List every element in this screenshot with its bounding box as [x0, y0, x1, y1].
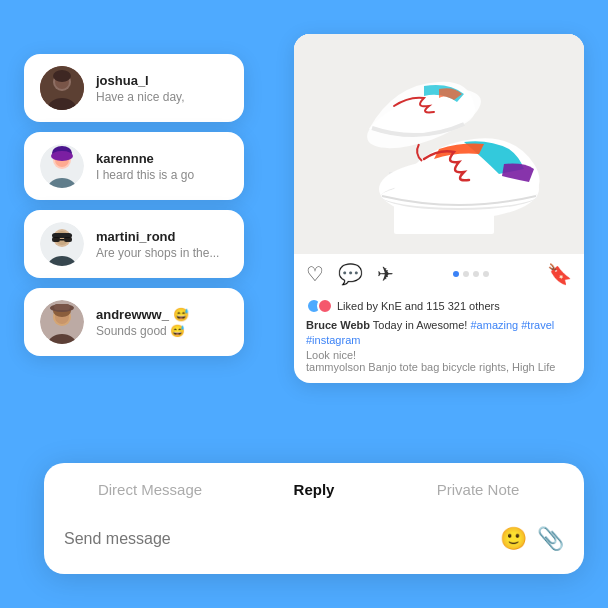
- dot-2: [463, 271, 469, 277]
- conv-name-karen: karennne: [96, 151, 228, 166]
- instagram-post-card: ♡ 💬 ✈ 🔖 Liked by KnE and 115 321 others: [294, 34, 584, 383]
- comment-body: Banjo tote bag bicycle rights, High Life: [368, 361, 555, 373]
- message-input[interactable]: [64, 530, 488, 548]
- conv-preview-joshua: Have a nice day,: [96, 90, 228, 104]
- message-input-area: 🙂 📎: [44, 512, 584, 574]
- caption-username: Bruce Webb: [306, 319, 370, 331]
- svg-rect-16: [52, 237, 60, 242]
- dot-4: [483, 271, 489, 277]
- like-icon[interactable]: ♡: [306, 262, 324, 286]
- conv-preview-karen: I heard this is a go: [96, 168, 228, 182]
- tab-private-note[interactable]: Private Note: [396, 481, 560, 498]
- carousel-dots: [408, 271, 533, 277]
- svg-rect-18: [60, 239, 64, 241]
- conv-info-martini: martini_rond Are your shops in the...: [96, 229, 228, 260]
- post-content: Liked by KnE and 115 321 others Bruce We…: [294, 294, 584, 383]
- avatar-joshua: [40, 66, 84, 110]
- svg-rect-25: [54, 304, 70, 310]
- bottom-panel: Direct Message Reply Private Note 🙂 📎: [44, 463, 584, 574]
- message-input-row: 🙂 📎: [64, 526, 564, 552]
- conv-preview-andrew: Sounds good 😅: [96, 324, 228, 338]
- conversation-item-andrew[interactable]: andrewww_ 😅 Sounds good 😅: [24, 288, 244, 356]
- avatar-andrew: [40, 300, 84, 344]
- tab-direct-message[interactable]: Direct Message: [68, 481, 232, 498]
- input-icons: 🙂 📎: [500, 526, 564, 552]
- likes-text: Liked by KnE and 115 321 others: [337, 300, 500, 312]
- conv-name-joshua: joshua_l: [96, 73, 228, 88]
- emoji-icon[interactable]: 🙂: [500, 526, 527, 552]
- likes-row: Liked by KnE and 115 321 others: [306, 298, 572, 314]
- conv-info-andrew: andrewww_ 😅 Sounds good 😅: [96, 307, 228, 338]
- avatar-karen: [40, 144, 84, 188]
- dot-3: [473, 271, 479, 277]
- conv-name-andrew: andrewww_ 😅: [96, 307, 228, 322]
- conv-preview-martini: Are your shops in the...: [96, 246, 228, 260]
- post-actions: ♡ 💬 ✈ 🔖: [294, 254, 584, 294]
- post-caption: Bruce Webb Today in Awesome! #amazing #t…: [306, 318, 572, 349]
- dot-1: [453, 271, 459, 277]
- conversation-list: joshua_l Have a nice day, karennne I hea…: [24, 54, 244, 356]
- comment-user: tammyolson: [306, 361, 365, 373]
- comment-tammy: tammyolson Banjo tote bag bicycle rights…: [306, 361, 572, 373]
- svg-point-10: [51, 151, 73, 161]
- comment-look-nice-label: Look nice!: [306, 349, 572, 361]
- share-icon[interactable]: ✈: [377, 262, 394, 286]
- conversation-item-karen[interactable]: karennne I heard this is a go: [24, 132, 244, 200]
- post-image: [294, 34, 584, 254]
- tab-bar: Direct Message Reply Private Note: [44, 463, 584, 512]
- conv-name-martini: martini_rond: [96, 229, 228, 244]
- tab-reply[interactable]: Reply: [232, 481, 396, 498]
- avatar-martini: [40, 222, 84, 266]
- comment-icon[interactable]: 💬: [338, 262, 363, 286]
- conversation-item-joshua[interactable]: joshua_l Have a nice day,: [24, 54, 244, 122]
- svg-rect-17: [64, 237, 72, 242]
- conversation-item-martini[interactable]: martini_rond Are your shops in the...: [24, 210, 244, 278]
- attachment-icon[interactable]: 📎: [537, 526, 564, 552]
- bookmark-icon[interactable]: 🔖: [547, 262, 572, 286]
- conv-info-karen: karennne I heard this is a go: [96, 151, 228, 182]
- svg-point-4: [53, 70, 71, 82]
- conv-info-joshua: joshua_l Have a nice day,: [96, 73, 228, 104]
